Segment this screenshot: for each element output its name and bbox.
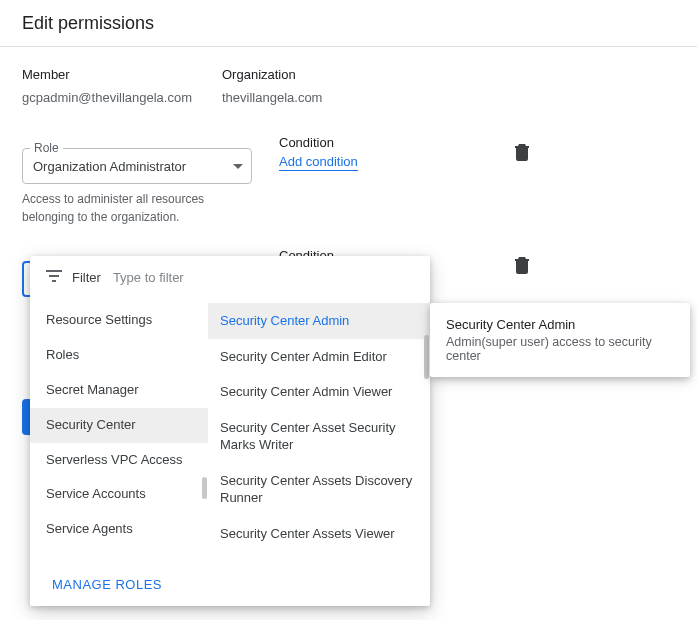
role-item[interactable]: Security Center Admin [208, 303, 430, 339]
organization-label: Organization [222, 67, 422, 82]
trash-icon [514, 143, 530, 161]
category-item[interactable]: Security Center [30, 408, 208, 443]
tooltip-description: Admin(super user) access to security cen… [446, 335, 674, 363]
info-row: Member gcpadmin@thevillangela.com Organi… [22, 67, 675, 105]
trash-icon [514, 256, 530, 274]
organization-value: thevillangela.com [222, 90, 422, 105]
category-item[interactable]: Serverless VPC Access [30, 443, 208, 478]
role-helper-text: Access to administer all resources belon… [22, 190, 252, 226]
role-item[interactable]: Security Center Admin Editor [208, 339, 430, 375]
role-list[interactable]: Security Center AdminSecurity Center Adm… [208, 299, 430, 563]
scrollbar-thumb[interactable] [424, 335, 429, 379]
category-item[interactable]: Service Agents [30, 512, 208, 547]
category-list[interactable]: Resource SettingsRolesSecret ManagerSecu… [30, 299, 208, 563]
role-row-1: Role Organization Administrator Access t… [22, 133, 675, 226]
role-item[interactable]: Security Center Admin Viewer [208, 374, 430, 410]
filter-label: Filter [72, 270, 101, 285]
category-item[interactable]: Roles [30, 338, 208, 373]
role-picker-popover: Filter Type to filter Resource SettingsR… [30, 256, 430, 606]
scrollbar-thumb[interactable] [202, 477, 207, 499]
role-field-label: Role [30, 141, 63, 155]
category-item[interactable]: Service Accounts [30, 477, 208, 512]
manage-roles-link[interactable]: MANAGE ROLES [52, 577, 162, 592]
member-label: Member [22, 67, 222, 82]
role-item[interactable]: Security Center Assets Discovery Runner [208, 463, 430, 516]
filter-placeholder: Type to filter [113, 270, 184, 285]
role-item[interactable]: Security Center Asset Security Marks Wri… [208, 410, 430, 463]
category-item[interactable]: Resource Settings [30, 303, 208, 338]
dropdown-arrow-icon [233, 164, 243, 169]
role-item[interactable]: Security Center Finding [208, 551, 430, 563]
add-condition-link[interactable]: Add condition [279, 154, 358, 171]
delete-role-button[interactable] [514, 262, 530, 277]
role-tooltip: Security Center Admin Admin(super user) … [430, 303, 690, 377]
category-item[interactable]: Secret Manager [30, 373, 208, 408]
delete-role-button[interactable] [514, 149, 530, 164]
member-value: gcpadmin@thevillangela.com [22, 90, 222, 105]
condition-label: Condition [279, 135, 459, 150]
role-item[interactable]: Security Center Assets Viewer [208, 516, 430, 552]
tooltip-title: Security Center Admin [446, 317, 674, 332]
role-select-value: Organization Administrator [33, 159, 186, 174]
filter-icon [46, 270, 62, 285]
filter-row[interactable]: Filter Type to filter [30, 256, 430, 299]
page-title: Edit permissions [0, 0, 697, 47]
